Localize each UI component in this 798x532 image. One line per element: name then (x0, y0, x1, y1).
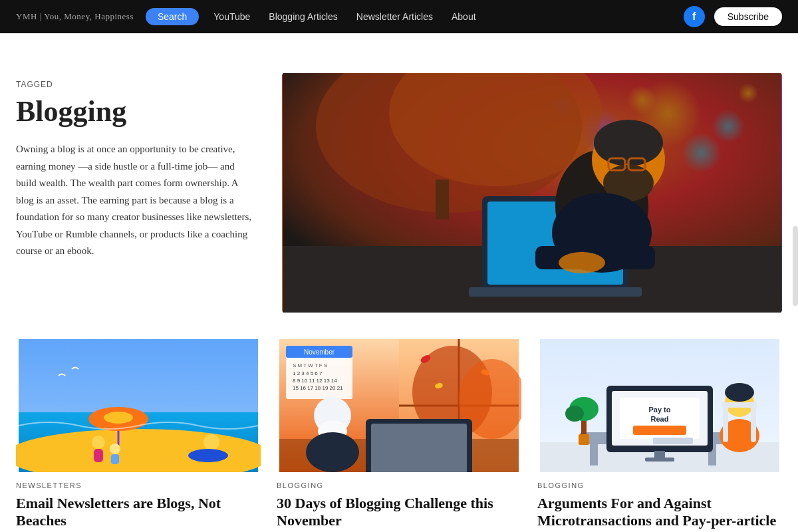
article-image-2: November S M T W T F S 1 2 3 4 5 6 7 8 9… (277, 339, 521, 472)
article-card-3[interactable]: Pay to Read (537, 339, 782, 532)
article-category-1: NEWSLETTERS (16, 481, 261, 489)
nav-link-blogging-articles[interactable]: Blogging Articles (269, 11, 338, 22)
article-title-1: Email Newsletters are Blogs, Not Beaches (16, 495, 261, 530)
hero-description: Owning a blog is at once an opportunity … (16, 141, 255, 260)
article-category-2: BLOGGING (277, 481, 521, 489)
svg-point-25 (559, 252, 605, 273)
svg-rect-81 (751, 406, 756, 442)
article-title-3: Arguments For and Against Microtransacti… (537, 495, 782, 532)
svg-rect-80 (723, 406, 728, 442)
svg-rect-56 (371, 424, 467, 472)
hero-section: TAGGED Blogging Owning a blog is at once… (0, 33, 798, 339)
brand-logo: YMH | You, Money, Happiness (16, 11, 134, 22)
svg-point-36 (203, 434, 219, 450)
svg-point-28 (16, 429, 261, 472)
svg-text:1  2  3  4  5  6  7: 1 2 3 4 5 6 7 (293, 370, 323, 376)
svg-text:Read: Read (651, 415, 669, 423)
search-button[interactable]: Search (146, 8, 199, 25)
svg-point-32 (92, 436, 105, 449)
svg-rect-15 (469, 287, 642, 297)
svg-text:S M T W T F S: S M T W T F S (293, 362, 327, 368)
article-card-1[interactable]: NEWSLETTERS Email Newsletters are Blogs,… (16, 339, 261, 532)
svg-rect-82 (722, 402, 757, 408)
navigation: YMH | You, Money, Happiness Search YouTu… (0, 0, 798, 33)
hero-text: TAGGED Blogging Owning a blog is at once… (16, 73, 255, 260)
svg-rect-35 (111, 454, 119, 464)
article-image-3: Pay to Read (537, 339, 782, 472)
subscribe-button[interactable]: Subscribe (714, 7, 782, 26)
paytoread-illustration: Pay to Read (537, 339, 782, 472)
scrollbar[interactable] (793, 226, 798, 306)
svg-point-34 (110, 444, 120, 454)
svg-rect-72 (645, 458, 674, 462)
svg-text:Pay to: Pay to (648, 406, 670, 414)
svg-point-59 (306, 432, 359, 472)
nav-right: f Subscribe (684, 6, 782, 27)
hero-tagged-label: TAGGED (16, 80, 255, 89)
svg-text:15 16 17 18 19 20 21: 15 16 17 18 19 20 21 (293, 385, 343, 391)
article-image-1 (16, 339, 261, 472)
svg-point-31 (104, 412, 133, 424)
hero-title: Blogging (16, 96, 255, 128)
brand-name: YMH (16, 11, 37, 21)
nav-link-about[interactable]: About (452, 11, 476, 22)
hero-illustration (282, 73, 782, 313)
svg-point-37 (188, 449, 228, 462)
article-card-2[interactable]: November S M T W T F S 1 2 3 4 5 6 7 8 9… (277, 339, 521, 532)
nav-link-youtube[interactable]: YouTube (213, 11, 250, 22)
svg-rect-70 (633, 426, 686, 435)
nav-links: YouTube Blogging Articles Newsletter Art… (213, 11, 683, 22)
articles-grid: NEWSLETTERS Email Newsletters are Blogs,… (0, 339, 798, 532)
svg-text:November: November (304, 348, 335, 356)
hero-image-placeholder (282, 73, 782, 313)
article-category-3: BLOGGING (537, 481, 782, 489)
hero-image (282, 73, 782, 313)
svg-point-75 (565, 406, 584, 422)
svg-text:8  9 10 11 12 13 14: 8 9 10 11 12 13 14 (293, 378, 337, 384)
facebook-icon[interactable]: f (684, 6, 705, 27)
svg-rect-63 (590, 442, 598, 466)
svg-rect-76 (579, 434, 589, 445)
svg-rect-83 (653, 438, 693, 444)
svg-rect-33 (94, 449, 103, 462)
brand-tagline: You, Money, Happiness (44, 11, 134, 21)
november-illustration: November S M T W T F S 1 2 3 4 5 6 7 8 9… (277, 339, 521, 472)
svg-point-78 (725, 383, 754, 402)
nav-link-newsletter-articles[interactable]: Newsletter Articles (356, 11, 433, 22)
beach-illustration (16, 339, 261, 472)
article-title-2: 30 Days of Blogging Challenge this Novem… (277, 495, 521, 530)
